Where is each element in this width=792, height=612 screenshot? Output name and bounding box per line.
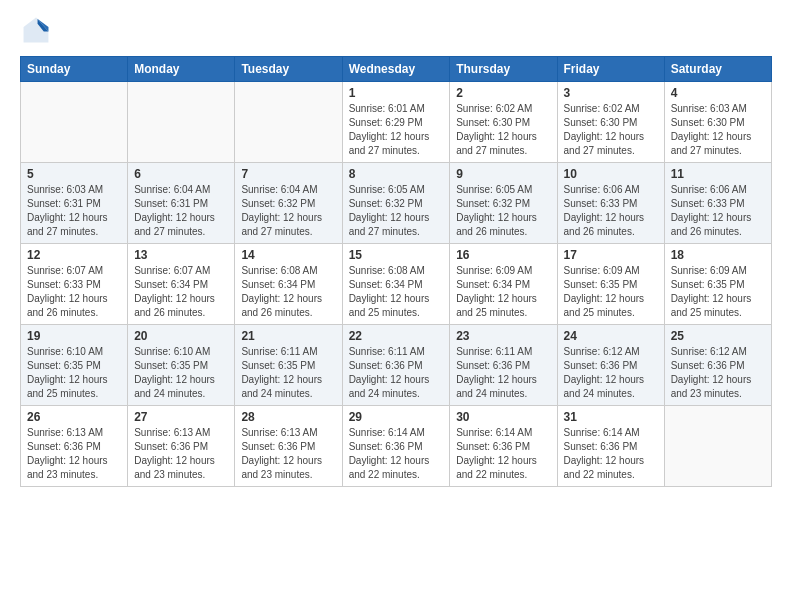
calendar-header-saturday: Saturday (664, 57, 771, 82)
calendar-cell: 11Sunrise: 6:06 AM Sunset: 6:33 PM Dayli… (664, 163, 771, 244)
day-info: Sunrise: 6:04 AM Sunset: 6:31 PM Dayligh… (134, 183, 228, 239)
calendar-cell: 2Sunrise: 6:02 AM Sunset: 6:30 PM Daylig… (450, 82, 557, 163)
day-info: Sunrise: 6:03 AM Sunset: 6:30 PM Dayligh… (671, 102, 765, 158)
day-number: 5 (27, 167, 121, 181)
calendar-cell: 26Sunrise: 6:13 AM Sunset: 6:36 PM Dayli… (21, 406, 128, 487)
calendar-cell (235, 82, 342, 163)
day-number: 12 (27, 248, 121, 262)
day-number: 30 (456, 410, 550, 424)
day-info: Sunrise: 6:02 AM Sunset: 6:30 PM Dayligh… (456, 102, 550, 158)
calendar-cell: 30Sunrise: 6:14 AM Sunset: 6:36 PM Dayli… (450, 406, 557, 487)
calendar-cell: 20Sunrise: 6:10 AM Sunset: 6:35 PM Dayli… (128, 325, 235, 406)
calendar-cell: 3Sunrise: 6:02 AM Sunset: 6:30 PM Daylig… (557, 82, 664, 163)
day-info: Sunrise: 6:14 AM Sunset: 6:36 PM Dayligh… (564, 426, 658, 482)
calendar-cell: 6Sunrise: 6:04 AM Sunset: 6:31 PM Daylig… (128, 163, 235, 244)
calendar-cell (128, 82, 235, 163)
day-number: 9 (456, 167, 550, 181)
day-number: 13 (134, 248, 228, 262)
day-info: Sunrise: 6:01 AM Sunset: 6:29 PM Dayligh… (349, 102, 444, 158)
day-info: Sunrise: 6:12 AM Sunset: 6:36 PM Dayligh… (564, 345, 658, 401)
calendar-cell: 5Sunrise: 6:03 AM Sunset: 6:31 PM Daylig… (21, 163, 128, 244)
day-number: 3 (564, 86, 658, 100)
day-info: Sunrise: 6:06 AM Sunset: 6:33 PM Dayligh… (564, 183, 658, 239)
day-number: 24 (564, 329, 658, 343)
calendar-cell: 8Sunrise: 6:05 AM Sunset: 6:32 PM Daylig… (342, 163, 450, 244)
day-number: 29 (349, 410, 444, 424)
day-info: Sunrise: 6:05 AM Sunset: 6:32 PM Dayligh… (349, 183, 444, 239)
calendar-cell: 28Sunrise: 6:13 AM Sunset: 6:36 PM Dayli… (235, 406, 342, 487)
calendar-cell: 15Sunrise: 6:08 AM Sunset: 6:34 PM Dayli… (342, 244, 450, 325)
day-number: 7 (241, 167, 335, 181)
day-number: 15 (349, 248, 444, 262)
day-number: 18 (671, 248, 765, 262)
day-number: 28 (241, 410, 335, 424)
day-number: 23 (456, 329, 550, 343)
calendar-week-row: 19Sunrise: 6:10 AM Sunset: 6:35 PM Dayli… (21, 325, 772, 406)
calendar-cell: 7Sunrise: 6:04 AM Sunset: 6:32 PM Daylig… (235, 163, 342, 244)
day-number: 26 (27, 410, 121, 424)
day-info: Sunrise: 6:12 AM Sunset: 6:36 PM Dayligh… (671, 345, 765, 401)
calendar-cell: 19Sunrise: 6:10 AM Sunset: 6:35 PM Dayli… (21, 325, 128, 406)
calendar-cell: 10Sunrise: 6:06 AM Sunset: 6:33 PM Dayli… (557, 163, 664, 244)
calendar-cell: 9Sunrise: 6:05 AM Sunset: 6:32 PM Daylig… (450, 163, 557, 244)
day-info: Sunrise: 6:05 AM Sunset: 6:32 PM Dayligh… (456, 183, 550, 239)
calendar-cell: 4Sunrise: 6:03 AM Sunset: 6:30 PM Daylig… (664, 82, 771, 163)
day-number: 16 (456, 248, 550, 262)
calendar-week-row: 5Sunrise: 6:03 AM Sunset: 6:31 PM Daylig… (21, 163, 772, 244)
calendar-header-sunday: Sunday (21, 57, 128, 82)
calendar-cell: 25Sunrise: 6:12 AM Sunset: 6:36 PM Dayli… (664, 325, 771, 406)
day-info: Sunrise: 6:10 AM Sunset: 6:35 PM Dayligh… (27, 345, 121, 401)
day-info: Sunrise: 6:11 AM Sunset: 6:36 PM Dayligh… (456, 345, 550, 401)
calendar-cell: 31Sunrise: 6:14 AM Sunset: 6:36 PM Dayli… (557, 406, 664, 487)
day-info: Sunrise: 6:06 AM Sunset: 6:33 PM Dayligh… (671, 183, 765, 239)
day-info: Sunrise: 6:13 AM Sunset: 6:36 PM Dayligh… (134, 426, 228, 482)
day-number: 19 (27, 329, 121, 343)
calendar-cell: 29Sunrise: 6:14 AM Sunset: 6:36 PM Dayli… (342, 406, 450, 487)
day-number: 27 (134, 410, 228, 424)
calendar-cell (664, 406, 771, 487)
calendar-week-row: 1Sunrise: 6:01 AM Sunset: 6:29 PM Daylig… (21, 82, 772, 163)
calendar-cell: 1Sunrise: 6:01 AM Sunset: 6:29 PM Daylig… (342, 82, 450, 163)
day-info: Sunrise: 6:11 AM Sunset: 6:35 PM Dayligh… (241, 345, 335, 401)
calendar-header-row: SundayMondayTuesdayWednesdayThursdayFrid… (21, 57, 772, 82)
day-info: Sunrise: 6:09 AM Sunset: 6:35 PM Dayligh… (564, 264, 658, 320)
day-number: 11 (671, 167, 765, 181)
day-info: Sunrise: 6:02 AM Sunset: 6:30 PM Dayligh… (564, 102, 658, 158)
day-number: 25 (671, 329, 765, 343)
logo (20, 16, 50, 48)
calendar-header-friday: Friday (557, 57, 664, 82)
day-number: 4 (671, 86, 765, 100)
calendar-cell (21, 82, 128, 163)
calendar-week-row: 26Sunrise: 6:13 AM Sunset: 6:36 PM Dayli… (21, 406, 772, 487)
day-info: Sunrise: 6:04 AM Sunset: 6:32 PM Dayligh… (241, 183, 335, 239)
day-info: Sunrise: 6:13 AM Sunset: 6:36 PM Dayligh… (241, 426, 335, 482)
calendar-header-thursday: Thursday (450, 57, 557, 82)
day-number: 17 (564, 248, 658, 262)
calendar-cell: 16Sunrise: 6:09 AM Sunset: 6:34 PM Dayli… (450, 244, 557, 325)
day-info: Sunrise: 6:08 AM Sunset: 6:34 PM Dayligh… (349, 264, 444, 320)
calendar-cell: 21Sunrise: 6:11 AM Sunset: 6:35 PM Dayli… (235, 325, 342, 406)
calendar-cell: 24Sunrise: 6:12 AM Sunset: 6:36 PM Dayli… (557, 325, 664, 406)
calendar-cell: 17Sunrise: 6:09 AM Sunset: 6:35 PM Dayli… (557, 244, 664, 325)
day-number: 14 (241, 248, 335, 262)
calendar-cell: 14Sunrise: 6:08 AM Sunset: 6:34 PM Dayli… (235, 244, 342, 325)
page-header (20, 16, 772, 48)
calendar-table: SundayMondayTuesdayWednesdayThursdayFrid… (20, 56, 772, 487)
day-info: Sunrise: 6:07 AM Sunset: 6:33 PM Dayligh… (27, 264, 121, 320)
day-info: Sunrise: 6:09 AM Sunset: 6:34 PM Dayligh… (456, 264, 550, 320)
calendar-header-wednesday: Wednesday (342, 57, 450, 82)
calendar-week-row: 12Sunrise: 6:07 AM Sunset: 6:33 PM Dayli… (21, 244, 772, 325)
day-number: 6 (134, 167, 228, 181)
logo-icon (22, 16, 50, 44)
day-info: Sunrise: 6:07 AM Sunset: 6:34 PM Dayligh… (134, 264, 228, 320)
day-number: 1 (349, 86, 444, 100)
day-number: 20 (134, 329, 228, 343)
day-number: 8 (349, 167, 444, 181)
day-info: Sunrise: 6:09 AM Sunset: 6:35 PM Dayligh… (671, 264, 765, 320)
day-number: 10 (564, 167, 658, 181)
calendar-cell: 13Sunrise: 6:07 AM Sunset: 6:34 PM Dayli… (128, 244, 235, 325)
calendar-cell: 22Sunrise: 6:11 AM Sunset: 6:36 PM Dayli… (342, 325, 450, 406)
day-info: Sunrise: 6:13 AM Sunset: 6:36 PM Dayligh… (27, 426, 121, 482)
calendar-cell: 12Sunrise: 6:07 AM Sunset: 6:33 PM Dayli… (21, 244, 128, 325)
day-number: 2 (456, 86, 550, 100)
